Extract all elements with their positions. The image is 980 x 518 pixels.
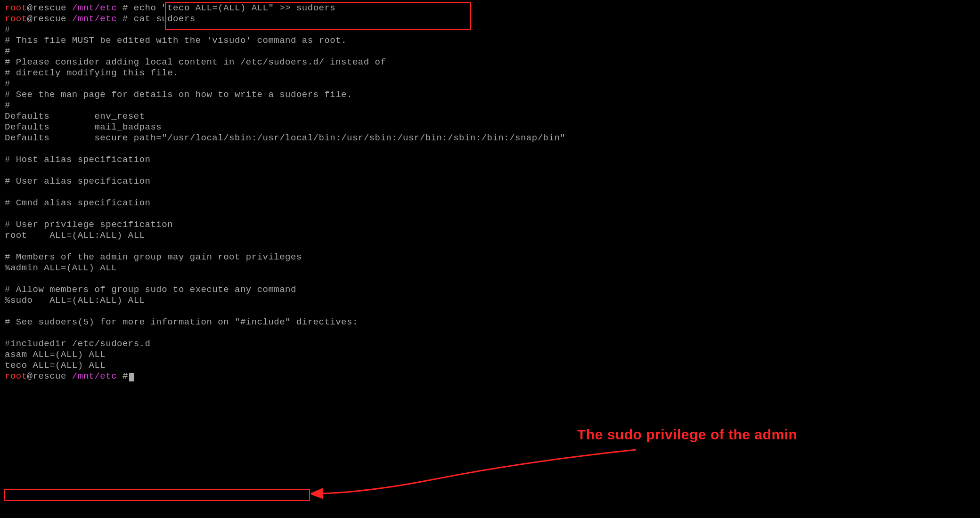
sudoers-line: # See the man page for details on how to… — [5, 89, 975, 100]
sudoers-line: # User alias specification — [5, 176, 975, 187]
sudoers-line — [5, 306, 975, 317]
prompt-line-1[interactable]: root@rescue /mnt/etc # echo "teco ALL=(A… — [5, 3, 975, 14]
sudoers-line — [5, 187, 975, 198]
annotation-label: The sudo privilege of the admin — [577, 426, 797, 443]
prompt-path: /mnt/etc — [72, 371, 117, 381]
sudoers-line: Defaults secure_path="/usr/local/sbin:/u… — [5, 133, 975, 144]
prompt-hash: # — [117, 3, 128, 13]
cursor-icon — [129, 373, 134, 381]
prompt-hash: # — [117, 371, 128, 381]
sudoers-line — [5, 274, 975, 284]
sudoers-line: # See sudoers(5) for more information on… — [5, 317, 975, 328]
sudoers-line: # — [5, 46, 975, 57]
sudoers-line: # This file MUST be edited with the 'vis… — [5, 35, 975, 46]
sudoers-line: # Please consider adding local content i… — [5, 57, 975, 68]
sudoers-line: # — [5, 24, 975, 35]
sudoers-line: # — [5, 79, 975, 89]
terminal[interactable]: root@rescue /mnt/etc # echo "teco ALL=(A… — [5, 3, 975, 382]
command-cat: cat sudoers — [128, 14, 196, 24]
sudoers-line: # User privilege specification — [5, 219, 975, 230]
arrow-icon — [311, 438, 650, 509]
sudoers-line: %admin ALL=(ALL) ALL — [5, 263, 975, 274]
prompt-user: root — [5, 371, 27, 381]
sudoers-line — [5, 144, 975, 154]
sudoers-line: # Cmnd alias specification — [5, 198, 975, 209]
command-echo: echo "teco ALL=(ALL) ALL" >> sudoers — [128, 3, 335, 13]
sudoers-line: root ALL=(ALL:ALL) ALL — [5, 230, 975, 241]
sudoers-line: # Allow members of group sudo to execute… — [5, 284, 975, 295]
prompt-line-3[interactable]: root@rescue /mnt/etc # — [5, 371, 975, 382]
sudoers-line: %sudo ALL=(ALL:ALL) ALL — [5, 295, 975, 306]
sudoers-line: # — [5, 100, 975, 111]
prompt-at: @ — [27, 371, 33, 381]
sudoers-line — [5, 241, 975, 252]
sudoers-line: # directly modifying this file. — [5, 68, 975, 79]
sudoers-line — [5, 209, 975, 219]
sudoers-line: asam ALL=(ALL) ALL — [5, 349, 975, 360]
sudoers-line: Defaults env_reset — [5, 111, 975, 122]
sudoers-line: Defaults mail_badpass — [5, 122, 975, 133]
prompt-at: @ — [27, 3, 33, 13]
sudoers-line: # Members of the admin group may gain ro… — [5, 252, 975, 263]
sudoers-line-teco: teco ALL=(ALL) ALL — [5, 360, 975, 371]
sudoers-line — [5, 328, 975, 339]
highlight-box-teco-line — [4, 489, 310, 501]
prompt-hash: # — [117, 14, 128, 24]
prompt-user: root — [5, 14, 27, 24]
sudoers-line — [5, 165, 975, 176]
sudoers-line: #includedir /etc/sudoers.d — [5, 339, 975, 349]
prompt-at: @ — [27, 14, 33, 24]
sudoers-line: # Host alias specification — [5, 154, 975, 165]
prompt-line-2[interactable]: root@rescue /mnt/etc # cat sudoers — [5, 14, 975, 24]
prompt-path: /mnt/etc — [72, 3, 117, 13]
prompt-host: rescue — [33, 14, 66, 24]
prompt-user: root — [5, 3, 27, 13]
prompt-path: /mnt/etc — [72, 14, 117, 24]
prompt-host: rescue — [33, 3, 66, 13]
prompt-host: rescue — [33, 371, 66, 381]
